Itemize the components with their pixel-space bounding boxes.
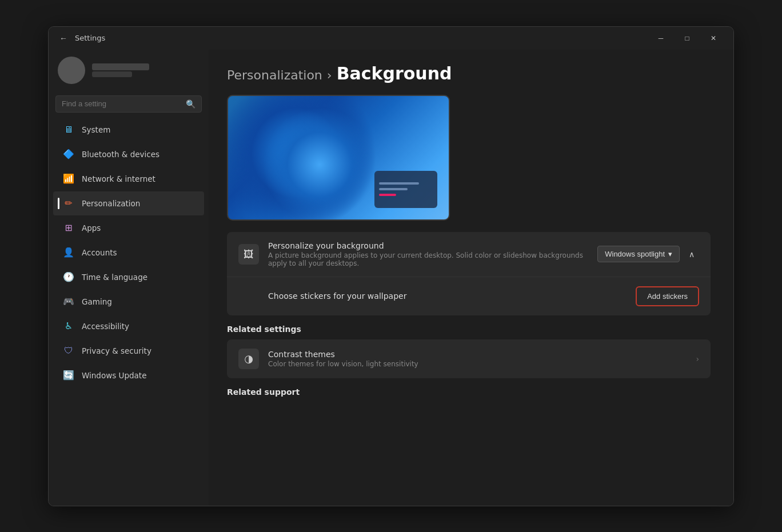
sidebar-item-label: Network & internet — [82, 174, 155, 183]
wallpaper-preview — [227, 95, 450, 221]
related-settings-heading: Related settings — [227, 325, 711, 334]
sidebar-item-apps[interactable]: ⊞ Apps — [53, 216, 204, 240]
window-controls: ─ □ ✕ — [648, 29, 727, 47]
user-info — [92, 63, 149, 77]
update-icon: 🔄 — [62, 369, 75, 382]
sidebar-item-label: Accessibility — [82, 322, 129, 331]
minimize-button[interactable]: ─ — [648, 29, 674, 47]
sidebar-item-label: Personalization — [82, 199, 140, 208]
bloom-decoration-2 — [262, 107, 377, 221]
stickers-row-control: Add stickers — [636, 286, 699, 306]
sidebar-item-accessibility[interactable]: ♿ Accessibility — [53, 314, 204, 338]
background-row-desc: A picture background applies to your cur… — [268, 251, 588, 267]
related-settings-section: ◑ Contrast themes Color themes for low v… — [227, 339, 711, 378]
bluetooth-icon: 🔷 — [62, 148, 75, 161]
preview-line-1 — [379, 182, 419, 185]
dropdown-arrow-icon: ▾ — [668, 250, 672, 258]
sidebar-item-bluetooth[interactable]: 🔷 Bluetooth & devices — [53, 142, 204, 166]
stickers-row-title: Choose stickers for your wallpaper — [268, 291, 627, 301]
preview-line-3 — [379, 194, 396, 196]
sidebar-item-label: Time & language — [82, 273, 147, 282]
contrast-row-text: Contrast themes Color themes for low vis… — [268, 350, 687, 368]
user-name — [92, 63, 149, 70]
close-button[interactable]: ✕ — [700, 29, 727, 47]
sidebar-item-time[interactable]: 🕐 Time & language — [53, 265, 204, 289]
titlebar: ← Settings ─ □ ✕ — [49, 27, 733, 50]
sidebar-item-label: Accounts — [82, 248, 117, 257]
sidebar-item-label: Privacy & security — [82, 346, 151, 355]
privacy-icon: 🛡 — [62, 345, 75, 357]
apps-icon: ⊞ — [62, 222, 75, 234]
preview-line-2 — [379, 188, 408, 190]
network-icon: 📶 — [62, 173, 75, 185]
search-container: 🔍 — [49, 93, 209, 117]
personalize-background-row: 🖼 Personalize your background A picture … — [227, 232, 711, 277]
related-support-container: Related support — [227, 387, 711, 397]
sidebar-item-system[interactable]: 🖥 System — [53, 118, 204, 142]
sidebar: 🔍 🖥 System 🔷 Bluetooth & devices 📶 Netwo… — [49, 50, 209, 506]
sidebar-item-accounts[interactable]: 👤 Accounts — [53, 241, 204, 265]
navigation: 🖥 System 🔷 Bluetooth & devices 📶 Network… — [49, 117, 209, 388]
sidebar-item-update[interactable]: 🔄 Windows Update — [53, 363, 204, 387]
breadcrumb-parent[interactable]: Personalization — [227, 68, 322, 82]
search-box[interactable]: 🔍 — [55, 95, 202, 113]
dropdown-value: Windows spotlight — [605, 250, 665, 258]
user-profile — [49, 50, 209, 93]
chevron-right-icon: › — [696, 354, 699, 363]
contrast-icon: ◑ — [238, 349, 259, 369]
personalization-icon: ✏️ — [62, 197, 75, 210]
related-settings-container: Related settings ◑ Contrast themes Color… — [227, 325, 711, 378]
related-support-heading: Related support — [227, 387, 711, 397]
settings-window: ← Settings ─ □ ✕ 🔍 — [48, 26, 734, 506]
breadcrumb-separator: › — [327, 68, 332, 82]
background-row-title: Personalize your background — [268, 241, 588, 250]
contrast-themes-row[interactable]: ◑ Contrast themes Color themes for low v… — [227, 339, 711, 378]
sidebar-item-label: System — [82, 125, 110, 134]
back-button[interactable]: ← — [55, 30, 71, 46]
breadcrumb-current: Background — [337, 63, 452, 83]
search-input[interactable] — [62, 99, 181, 108]
stickers-row: Choose stickers for your wallpaper Add s… — [227, 277, 711, 315]
accessibility-icon: ♿ — [62, 320, 75, 333]
sidebar-item-personalization[interactable]: ✏️ Personalization — [53, 191, 204, 215]
main-layout: 🔍 🖥 System 🔷 Bluetooth & devices 📶 Netwo… — [49, 50, 733, 506]
maximize-button[interactable]: □ — [674, 29, 700, 47]
titlebar-controls: ← Settings — [55, 30, 105, 46]
background-icon: 🖼 — [238, 244, 259, 265]
contrast-row-title: Contrast themes — [268, 350, 687, 359]
user-subtitle — [92, 71, 132, 77]
sidebar-item-label: Apps — [82, 223, 101, 233]
search-icon: 🔍 — [186, 99, 196, 109]
content-area: Personalization › Background 🖼 — [209, 50, 729, 506]
sidebar-item-network[interactable]: 📶 Network & internet — [53, 167, 204, 191]
sidebar-item-gaming[interactable]: 🎮 Gaming — [53, 290, 204, 314]
window-title: Settings — [75, 34, 105, 42]
background-row-control: Windows spotlight ▾ ∧ — [597, 246, 699, 262]
gaming-icon: 🎮 — [62, 295, 75, 308]
sidebar-item-label: Bluetooth & devices — [82, 150, 159, 159]
time-icon: 🕐 — [62, 271, 75, 283]
sidebar-item-privacy[interactable]: 🛡 Privacy & security — [53, 339, 204, 363]
expand-button[interactable]: ∧ — [684, 247, 699, 261]
background-row-text: Personalize your background A picture ba… — [268, 241, 588, 267]
background-settings-section: 🖼 Personalize your background A picture … — [227, 232, 711, 315]
avatar — [58, 57, 85, 84]
accounts-icon: 👤 — [62, 246, 75, 259]
background-type-dropdown[interactable]: Windows spotlight ▾ — [597, 246, 680, 262]
add-stickers-button[interactable]: Add stickers — [636, 286, 699, 306]
scrollbar-track[interactable] — [729, 50, 733, 506]
sidebar-item-label: Windows Update — [82, 371, 146, 380]
contrast-row-desc: Color themes for low vision, light sensi… — [268, 360, 687, 368]
preview-card — [374, 171, 437, 208]
sidebar-item-label: Gaming — [82, 297, 112, 306]
breadcrumb: Personalization › Background — [227, 63, 711, 83]
system-icon: 🖥 — [62, 123, 75, 136]
stickers-row-text: Choose stickers for your wallpaper — [238, 291, 627, 301]
